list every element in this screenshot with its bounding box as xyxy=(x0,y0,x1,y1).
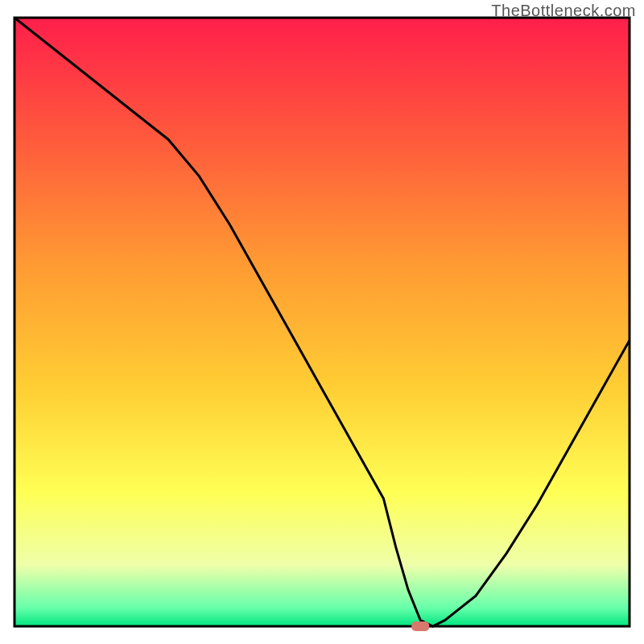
plot-area xyxy=(14,18,630,626)
bottleneck-chart xyxy=(0,0,644,644)
watermark-text: TheBottleneck.com xyxy=(491,2,636,20)
optimal-marker xyxy=(411,621,429,631)
chart-container: TheBottleneck.com xyxy=(0,0,644,644)
